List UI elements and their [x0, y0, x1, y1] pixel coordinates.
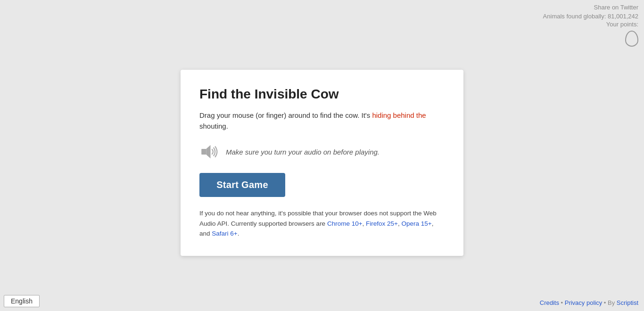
- animals-found-label: Animals found globally:: [543, 13, 606, 20]
- svg-rect-0: [201, 149, 206, 155]
- firefox-link[interactable]: Firefox 25+: [366, 220, 398, 227]
- share-twitter-link[interactable]: Share on Twitter: [543, 4, 638, 11]
- audio-notice-text: Make sure you turn your audio on before …: [226, 148, 380, 156]
- bottom-left-section: English: [4, 295, 40, 307]
- chrome-link[interactable]: Chrome 10+: [327, 220, 363, 227]
- author-link[interactable]: Scriptist: [617, 299, 638, 306]
- main-card: Find the Invisible Cow Drag your mouse (…: [181, 70, 463, 256]
- points-egg-icon: [625, 31, 638, 47]
- top-right-info: Share on Twitter Animals found globally:…: [543, 4, 638, 47]
- animals-found-count: 81,001,242: [608, 13, 638, 20]
- start-game-button[interactable]: Start Game: [199, 173, 285, 197]
- footer-sep2: • By: [602, 299, 617, 306]
- your-points-label: Your points:: [543, 21, 638, 28]
- comma2: ,: [398, 220, 402, 227]
- description-text-1: Drag your mouse (or finger) around to fi…: [199, 111, 372, 119]
- opera-link[interactable]: Opera 15+: [402, 220, 432, 227]
- footer-sep1: •: [559, 299, 565, 306]
- period: .: [238, 230, 239, 237]
- language-button[interactable]: English: [4, 295, 40, 307]
- speaker-icon: [199, 142, 219, 162]
- description-text-2: shouting.: [199, 122, 228, 130]
- svg-marker-1: [206, 145, 210, 159]
- description-highlight: hiding behind the: [372, 111, 426, 119]
- browser-support-text: If you do not hear anything, it's possib…: [199, 208, 445, 239]
- comma1: ,: [363, 220, 366, 227]
- privacy-link[interactable]: Privacy policy: [565, 299, 602, 306]
- card-title: Find the Invisible Cow: [199, 87, 445, 102]
- audio-notice: Make sure you turn your audio on before …: [199, 142, 445, 162]
- animals-found-text: Animals found globally: 81,001,242: [543, 13, 638, 20]
- footer: Credits • Privacy policy • By Scriptist: [540, 299, 638, 306]
- card-description: Drag your mouse (or finger) around to fi…: [199, 110, 445, 131]
- credits-link[interactable]: Credits: [540, 299, 559, 306]
- safari-link[interactable]: Safari 6+: [212, 230, 237, 237]
